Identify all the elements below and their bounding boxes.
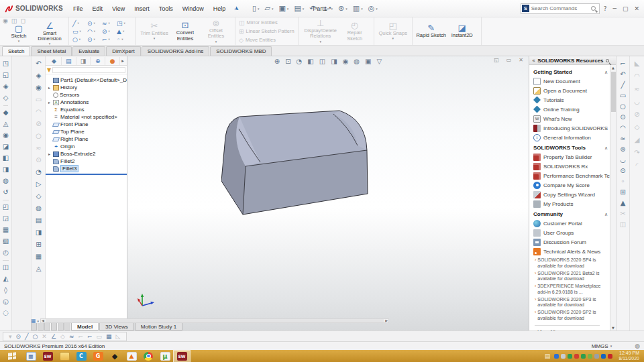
resource-link[interactable]: Compare My Score <box>533 180 608 190</box>
toolbar-icon[interactable]: ▦ <box>106 333 112 340</box>
resource-link[interactable]: General Information <box>533 133 608 142</box>
toolbar-icon[interactable]: ○ <box>620 103 626 110</box>
toolbar-icon[interactable]: ◇ <box>3 94 9 101</box>
toolbar-icon[interactable]: ◠ <box>634 72 640 80</box>
tree-item-fillet2[interactable]: Fillet2 <box>46 158 127 165</box>
sketch-entity-icon[interactable]: ○ <box>72 36 87 44</box>
screen-capture-icon[interactable]: ◉ <box>3 17 8 24</box>
resource-link[interactable]: Technical Alerts & News <box>533 247 608 256</box>
taskbar-clock[interactable]: 12:49 PM 8/11/2020 <box>619 351 639 362</box>
toolbar-icon[interactable]: ◈ <box>3 82 9 90</box>
toolbar-icon[interactable]: ▭ <box>36 96 42 103</box>
sketch-entity-icon[interactable]: ▲ <box>117 27 131 36</box>
toolbar-icon[interactable]: ◣ <box>635 60 640 67</box>
taskbar-app-icon[interactable]: SW <box>174 351 190 362</box>
hide-show-icon[interactable]: ◉ <box>343 58 349 65</box>
toolbar-icon[interactable]: ◈ <box>36 72 42 79</box>
tree-item-top-plane[interactable]: Top Plane <box>46 128 127 135</box>
open-document-icon[interactable]: ▱ <box>262 4 275 13</box>
previous-view-icon[interactable]: ◔ <box>297 58 303 65</box>
tray-icon[interactable] <box>574 354 579 359</box>
toolbar-icon[interactable]: ◫ <box>3 260 9 271</box>
pane-restore-icon[interactable]: ◱ <box>494 57 499 63</box>
tree-item-history[interactable]: History <box>46 84 127 91</box>
menu-help[interactable]: Help <box>209 4 231 13</box>
toolbar-icon[interactable]: ⊙ <box>36 156 41 164</box>
resource-link[interactable]: Performance Benchmark Test <box>533 171 608 180</box>
toolbar-icon[interactable]: ◺ <box>116 333 121 340</box>
tree-item-material[interactable]: Material <not specified> <box>46 113 127 121</box>
toolbar-icon[interactable]: ⊚ <box>620 145 625 153</box>
view-orientation-icon[interactable]: ◫ <box>319 58 325 65</box>
toolbar-icon[interactable]: ↷ <box>634 149 639 156</box>
taskbar-app-icon[interactable]: G <box>90 351 106 362</box>
units-selector[interactable]: MMGS <box>592 343 612 349</box>
instant2d-button[interactable]: ◪Instant2D <box>447 23 478 38</box>
resource-link[interactable]: SOLIDWORKS Rx <box>533 162 608 171</box>
taskbar-app-icon[interactable] <box>140 351 156 362</box>
toolbar-icon[interactable]: ▲ <box>621 199 626 206</box>
toolbar-icon[interactable]: ↺ <box>3 188 8 196</box>
sketch-entity-icon[interactable]: ◦ <box>117 36 131 44</box>
document-tab[interactable]: Motion Study 1 <box>135 323 182 330</box>
toolbar-icon[interactable]: ✕ <box>42 333 47 340</box>
propertymanager-tab[interactable]: ▤ <box>62 57 76 65</box>
sketch-entity-icon[interactable]: ⊙ <box>87 36 102 44</box>
news-item[interactable]: SOLIDWORKS 2020 SP3 is available for dow… <box>535 297 608 309</box>
help-globe-icon[interactable]: ◍ <box>635 343 640 349</box>
toolbar-icon[interactable]: ◰ <box>3 200 9 210</box>
toolbar-icon[interactable]: ◲ <box>3 215 9 222</box>
close-icon[interactable]: ✕ <box>634 5 639 12</box>
resource-link[interactable]: Introducing SOLIDWORKS <box>533 123 608 133</box>
displaymanager-tab[interactable]: ● <box>105 57 120 65</box>
toolbar-icon[interactable]: ◬ <box>3 120 9 127</box>
sketch-entity-icon[interactable]: ≈ <box>102 19 117 27</box>
search-icon[interactable] <box>591 6 596 11</box>
menu-window[interactable]: Window <box>178 4 209 13</box>
display-style-icon[interactable]: ◨ <box>331 58 337 65</box>
toolbar-icon[interactable]: ▦ <box>36 253 42 260</box>
taskbar-app-icon[interactable]: C <box>73 351 89 362</box>
tray-icon[interactable] <box>554 354 559 359</box>
configurationmanager-tab[interactable]: ◨ <box>76 57 91 65</box>
resource-link[interactable]: Tutorials <box>533 95 608 105</box>
tree-item-fillet3[interactable]: Fillet3 <box>46 165 127 172</box>
toolbar-icon[interactable]: ◇ <box>635 123 640 131</box>
toolbar-icon[interactable]: ▤ <box>36 217 42 224</box>
toolbar-icon[interactable]: ◍ <box>3 177 9 184</box>
graphics-viewport[interactable]: ⊕⊡◔◧◫◨◉◍▣▽ ◱▭✕ <box>127 56 529 330</box>
section-getting-started[interactable]: Getting Started <box>533 69 608 75</box>
resource-link[interactable]: Open a Document <box>533 86 608 95</box>
toolbar-icon[interactable]: ◬ <box>36 265 42 272</box>
toolbar-icon[interactable]: ◇ <box>36 192 42 200</box>
toolbar-icon[interactable]: ◳ <box>3 60 9 67</box>
task-pane-scrollbar[interactable]: ▲▼ <box>610 65 616 330</box>
toolbar-icon[interactable]: ◢ <box>635 136 640 143</box>
toolbar-icon[interactable]: ▭ <box>97 333 103 340</box>
menu-tools[interactable]: Tools <box>154 4 178 13</box>
command-tab[interactable]: Sheet Metal <box>31 46 72 56</box>
file-properties-icon[interactable]: ▥ <box>351 4 365 13</box>
convert-entities-button[interactable]: ⊡Convert Entities <box>170 21 201 42</box>
taskbar-app-icon[interactable]: µ <box>157 351 173 362</box>
help-icon[interactable]: ? <box>604 5 607 12</box>
toolbar-icon[interactable]: ◧ <box>3 154 9 162</box>
toolbar-icon[interactable]: ◍ <box>36 204 42 212</box>
toolbar-icon[interactable]: ≈ <box>69 333 74 340</box>
tree-item-front-plane[interactable]: Front Plane <box>46 121 127 128</box>
section-solidworks-tools[interactable]: SOLIDWORKS Tools <box>533 145 608 151</box>
zoom-area-icon[interactable]: ⊡ <box>285 58 290 65</box>
appearance-icon[interactable]: ◍ <box>354 58 360 65</box>
toolbar-icon[interactable]: ◫ <box>620 221 626 228</box>
tray-icon[interactable] <box>588 354 592 359</box>
toolbar-icon[interactable]: ≈ <box>634 85 639 93</box>
news-item[interactable]: SOLIDWORKS 2021 Beta2 is available for d… <box>535 271 608 283</box>
toolbar-icon[interactable]: ○ <box>36 132 42 139</box>
resource-link[interactable]: My Products <box>533 199 608 208</box>
toolbar-icon[interactable]: ◠ <box>620 124 626 131</box>
section-community[interactable]: Community <box>533 211 608 217</box>
tray-icon[interactable] <box>594 354 599 359</box>
save-icon[interactable]: ▣ <box>276 4 290 13</box>
search-commands-box[interactable]: S <box>521 3 600 14</box>
tree-item-origin[interactable]: Origin <box>46 143 127 150</box>
